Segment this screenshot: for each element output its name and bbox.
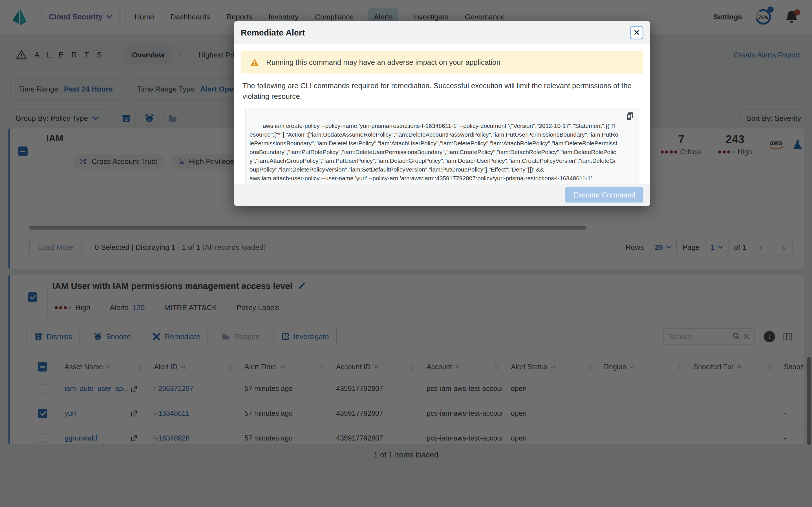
- warning-banner: Running this command may have an adverse…: [241, 51, 643, 73]
- remediate-alert-modal: Remediate Alert ✕ Running this command m…: [234, 21, 650, 206]
- app-root: Cloud Security Home Dashboards Reports I…: [0, 0, 812, 507]
- modal-description: The following are CLI commands required …: [243, 80, 642, 102]
- modal-title: Remediate Alert: [241, 28, 305, 38]
- close-icon: ✕: [633, 28, 640, 37]
- warning-text: Running this command may have an adverse…: [266, 58, 500, 67]
- execute-command-button[interactable]: Execute Command: [565, 187, 644, 203]
- warning-triangle-icon: [250, 58, 259, 66]
- cli-command-text: aws iam create-policy --policy-name 'yur…: [250, 122, 618, 181]
- close-modal-button[interactable]: ✕: [630, 26, 644, 40]
- copy-icon[interactable]: [626, 112, 634, 121]
